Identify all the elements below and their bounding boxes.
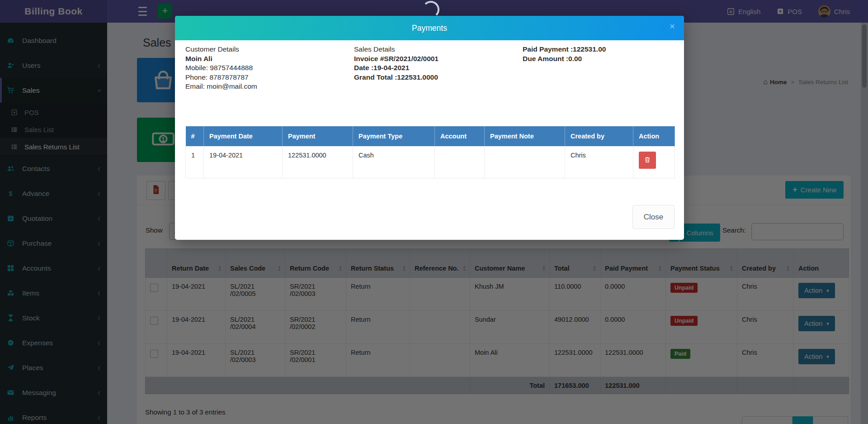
- sales-details: Sales Details Invoice #SR/2021/02/0001 D…: [354, 45, 439, 82]
- paid-payment: Paid Payment :122531.00: [523, 45, 606, 54]
- sales-details-heading: Sales Details: [354, 45, 439, 54]
- payments-modal: Payments × Customer Details Moin Ali Mob…: [175, 16, 684, 240]
- trash-icon: [644, 156, 651, 165]
- payments-table: # Payment Date Payment Payment Type Acco…: [185, 126, 675, 178]
- cell-payment: 122531.0000: [283, 146, 353, 178]
- column-header-account: Account: [435, 126, 485, 146]
- grand-total: Grand Total :122531.0000: [354, 73, 439, 82]
- cell-payment-type: Cash: [353, 146, 435, 178]
- customer-email: Email: moin@mail.com: [185, 82, 257, 91]
- column-header-num: #: [186, 126, 204, 146]
- customer-phone: Phone: 8787878787: [185, 73, 257, 82]
- cell-payment-note: [485, 146, 565, 178]
- modal-header: Payments ×: [175, 16, 684, 40]
- customer-name: Moin Ali: [185, 54, 257, 64]
- modal-close-x[interactable]: ×: [670, 21, 675, 32]
- column-header-payment: Payment: [283, 126, 353, 146]
- loading-spinner: [422, 1, 439, 18]
- payments-header-row: # Payment Date Payment Payment Type Acco…: [186, 126, 675, 146]
- cell-account: [435, 146, 485, 178]
- modal-close-button[interactable]: Close: [632, 205, 675, 229]
- invoice-date: Date :19-04-2021: [354, 63, 439, 73]
- payment-row: 1 19-04-2021 122531.0000 Cash Chris: [186, 146, 675, 178]
- column-header-created-by: Created by: [565, 126, 633, 146]
- column-header-action: Action: [633, 126, 675, 146]
- cell-payment-date: 19-04-2021: [204, 146, 283, 178]
- delete-payment-button[interactable]: [639, 152, 656, 169]
- column-header-payment-note: Payment Note: [485, 126, 565, 146]
- cell-created-by: Chris: [565, 146, 633, 178]
- cell-num: 1: [186, 146, 204, 178]
- column-header-payment-type: Payment Type: [353, 126, 435, 146]
- payment-summary: Paid Payment :122531.00 Due Amount :0.00: [523, 45, 606, 63]
- modal-title: Payments: [412, 24, 447, 33]
- customer-details-heading: Customer Details: [185, 45, 257, 54]
- due-amount: Due Amount :0.00: [523, 54, 606, 64]
- customer-details: Customer Details Moin Ali Mobile: 987574…: [185, 45, 257, 91]
- invoice-number: Invoice #SR/2021/02/0001: [354, 54, 439, 64]
- column-header-payment-date: Payment Date: [204, 126, 283, 146]
- customer-mobile: Mobile: 98757444888: [185, 63, 257, 73]
